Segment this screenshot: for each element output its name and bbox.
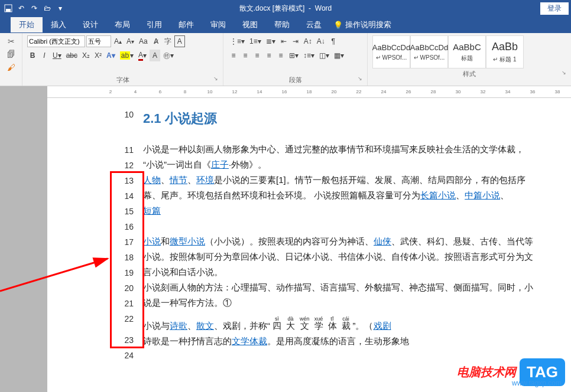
multilevel-button[interactable]: ≣▾	[264, 35, 277, 47]
bullets-button[interactable]: ⋮≡▾	[228, 35, 246, 47]
grow-font-button[interactable]: A▴	[112, 35, 124, 47]
tab-mailings[interactable]: 邮件	[170, 17, 202, 32]
link-changpian[interactable]: 长篇小说	[420, 190, 456, 200]
subscript-button[interactable]: X₂	[80, 50, 92, 61]
increase-indent-button[interactable]: ⇥	[290, 35, 301, 47]
bold-button[interactable]: B	[27, 50, 38, 61]
char-border-button[interactable]: A	[174, 35, 185, 47]
style-item[interactable]: AaBbCcDd ↵ WPSOf...	[372, 35, 410, 68]
link-zhuangzi[interactable]: 庄子	[211, 159, 229, 169]
style-preview: AaBbCcDd	[410, 43, 448, 52]
paragraph-group: ⋮≡▾ 1≡▾ ≣▾ ⇤ ⇥ A↕ A↓ ¶ ≡ ≡ ≡ ≡ ≡ ⊞▾ ↕≡▾ …	[223, 33, 368, 86]
tab-cloud[interactable]: 云盘	[298, 17, 330, 32]
link-duanpian[interactable]: 短篇	[143, 205, 161, 215]
style-name: ↵ WPSOf...	[414, 54, 445, 61]
line-spacing-button[interactable]: ↕≡▾	[301, 50, 316, 61]
link-renwu[interactable]: 人物	[143, 175, 161, 185]
strikethrough-button[interactable]: abc	[64, 50, 79, 61]
heading-2-1: 2.1 小说起源	[143, 110, 536, 128]
link-weixing[interactable]: 微型小说	[170, 236, 205, 246]
tab-home[interactable]: 开始	[11, 17, 43, 32]
link-xianxia[interactable]: 仙侠	[374, 236, 391, 246]
ribbon-home: ✂ 🗐 🖌 A▴ A▾ Aa A̷ 字 A B I U▾ abc X₂ X²	[0, 33, 571, 86]
clipboard-group: ✂ 🗐 🖌	[0, 33, 22, 86]
link-xiaoshuo[interactable]: 小说	[143, 236, 161, 246]
numbering-button[interactable]: 1≡▾	[248, 35, 263, 47]
tab-review[interactable]: 审阅	[202, 17, 234, 32]
borders-button[interactable]: ▦▾	[332, 50, 346, 61]
tell-me-search[interactable]: 💡 操作说明搜索	[333, 19, 391, 30]
watermark-url: www.tagxp.com	[512, 379, 562, 387]
font-size-select[interactable]	[86, 35, 111, 47]
style-name: ↵ WPSOf...	[376, 54, 407, 61]
link-huanjing[interactable]: 环境	[196, 175, 214, 185]
shading-button[interactable]: ◫▾	[317, 50, 331, 61]
open-icon[interactable]: 🗁	[43, 4, 52, 13]
italic-button[interactable]: I	[39, 50, 50, 61]
tab-references[interactable]: 引用	[138, 17, 170, 32]
format-painter-icon[interactable]: 🖌	[7, 63, 15, 72]
window-title: 散文.docx [兼容模式] - Word	[239, 4, 332, 14]
svg-rect-1	[6, 9, 11, 12]
tab-insert[interactable]: 插入	[43, 17, 74, 32]
styles-group: AaBbCcDd ↵ WPSOf... AaBbCcDd ↵ WPSOf... …	[368, 33, 571, 86]
copy-icon[interactable]: 🗐	[7, 50, 15, 59]
decrease-indent-button[interactable]: ⇤	[278, 35, 289, 47]
qat-dropdown[interactable]: ▾	[56, 4, 65, 13]
login-button[interactable]: 登录	[540, 2, 569, 15]
link-shige[interactable]: 诗歌	[170, 321, 187, 331]
undo-icon[interactable]: ↶	[17, 4, 26, 13]
link-qingjie[interactable]: 情节	[170, 175, 187, 185]
highlight-button[interactable]: ab▾	[118, 50, 135, 61]
align-right-button[interactable]: ≡	[252, 50, 262, 61]
distribute-button[interactable]: ≡	[275, 50, 286, 61]
align-center-button[interactable]: ≡	[240, 50, 251, 61]
watermark-sitename: 电脑技术网	[457, 364, 516, 380]
tab-view[interactable]: 视图	[234, 17, 266, 32]
clear-format-button[interactable]: A̷	[151, 35, 161, 47]
char-shading-button[interactable]: A	[150, 50, 160, 61]
style-preview: AaBb	[492, 41, 518, 53]
link-sanwen[interactable]: 散文	[196, 321, 214, 331]
shrink-font-button[interactable]: A▾	[125, 35, 136, 47]
align-left-button[interactable]: ≡	[228, 50, 239, 61]
enclose-char-button[interactable]: ㊕▾	[161, 50, 176, 61]
justify-button[interactable]: ≡	[264, 50, 274, 61]
phonetic-guide-button[interactable]: 字	[163, 35, 173, 47]
body-paragraph: 小说是一种以刻画人物形象为中心、通过完整的故事情节和环境描写来反映社会生活的文学…	[143, 142, 536, 349]
sort-button[interactable]: A↓	[315, 35, 327, 47]
redo-icon[interactable]: ↷	[30, 4, 39, 13]
styles-group-label[interactable]: 样式	[372, 68, 566, 80]
text-effects-button[interactable]: A▾	[105, 50, 117, 61]
style-item[interactable]: AaBb ↵ 标题 1	[486, 35, 524, 68]
style-item[interactable]: AaBbC 标题	[448, 35, 486, 68]
tab-help[interactable]: 帮助	[266, 17, 298, 32]
style-preview: AaBbCcDd	[372, 43, 410, 52]
font-group-label[interactable]: 字体	[27, 74, 218, 86]
save-icon[interactable]	[4, 4, 13, 13]
title-bar: ↶ ↷ 🗁 ▾ 散文.docx [兼容模式] - Word 登录	[0, 0, 571, 17]
link-wenxue[interactable]: 文学体裁	[232, 336, 267, 346]
style-item[interactable]: AaBbCcDd ↵ WPSOf...	[410, 35, 448, 68]
text-direction-button[interactable]: A↕	[302, 35, 314, 47]
superscript-button[interactable]: X²	[93, 50, 103, 61]
tab-layout[interactable]: 布局	[106, 17, 138, 32]
show-marks-button[interactable]: ¶	[328, 35, 339, 47]
cut-icon[interactable]: ✂	[8, 37, 15, 46]
font-color-button[interactable]: A▾	[137, 50, 148, 61]
paragraph-group-label[interactable]: 段落	[228, 74, 362, 86]
horizontal-ruler[interactable]: 24681012141618202224262830323436384042	[47, 86, 571, 98]
font-name-select[interactable]	[27, 35, 85, 47]
ribbon-tabs: 开始 插入 设计 布局 引用 邮件 审阅 视图 帮助 云盘 💡 操作说明搜索	[0, 17, 571, 33]
tell-me-label: 操作说明搜索	[345, 19, 391, 30]
snap-grid-button[interactable]: ⊞▾	[287, 50, 300, 61]
tab-design[interactable]: 设计	[74, 17, 106, 32]
link-zhongpian[interactable]: 中篇小说	[465, 190, 500, 200]
link-xiju[interactable]: 戏剧	[374, 321, 391, 331]
underline-button[interactable]: U▾	[51, 50, 63, 61]
styles-gallery[interactable]: AaBbCcDd ↵ WPSOf... AaBbCcDd ↵ WPSOf... …	[372, 35, 524, 68]
change-case-button[interactable]: Aa	[137, 35, 150, 47]
document-page[interactable]: 10 11 12 13 14 15 16 17 18 19 20 21 22 2…	[51, 98, 571, 392]
document-shell: 24681012141618202224262830323436384042 1…	[0, 86, 571, 392]
line-num: 24	[113, 351, 134, 366]
